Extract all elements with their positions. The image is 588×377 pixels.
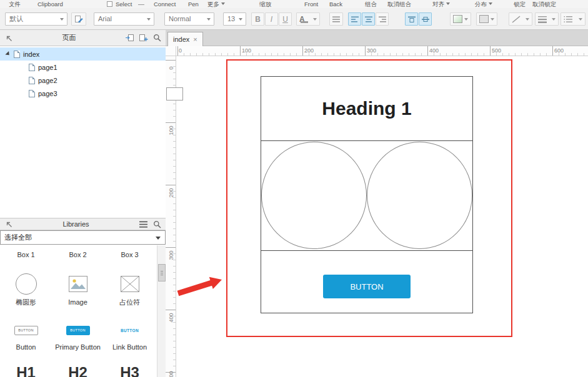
align-middle-button[interactable] (419, 12, 432, 26)
tree-item-page1[interactable]: page1 (0, 61, 166, 74)
library-item-box2-label[interactable]: Box 2 (52, 250, 104, 259)
font-size-select[interactable]: 13 (223, 12, 246, 26)
style-preset-select[interactable]: 默认 (5, 12, 67, 26)
menu-item-pen[interactable]: Pen (188, 1, 199, 7)
fill-color-button[interactable] (450, 12, 471, 26)
library-filter-select[interactable]: 选择全部 (0, 230, 166, 245)
ruler-position-marker (166, 87, 183, 100)
primary-button-widget-icon: BUTTON (66, 326, 90, 335)
vertical-ruler: 0 100 200 300 400 500 (166, 56, 176, 377)
border-color-button[interactable] (476, 12, 497, 26)
ruler-label: 500 (168, 371, 174, 377)
select-tool-icon[interactable] (107, 1, 112, 7)
tree-item-page3[interactable]: page3 (0, 87, 166, 100)
italic-button[interactable]: I (265, 12, 278, 26)
wireframe-ellipse-left[interactable] (261, 142, 367, 249)
menu-item-front[interactable]: Front (304, 1, 318, 7)
pages-panel-header: 页面 (0, 30, 166, 46)
line-width-button[interactable] (509, 12, 532, 26)
align-top-button[interactable] (405, 12, 418, 26)
ruler-label: 200 (304, 47, 314, 54)
expand-collapse-icon[interactable] (5, 51, 11, 57)
library-item-h2[interactable]: H2 (52, 364, 104, 377)
library-item-h1[interactable]: H1 (0, 364, 52, 377)
libraries-scrollbar[interactable] (157, 245, 166, 377)
library-item-placeholder-label: 占位符 (104, 298, 156, 306)
libraries-menu-icon[interactable] (138, 220, 148, 229)
font-weight-select[interactable]: Normal (164, 12, 214, 26)
tree-item-label: page2 (38, 77, 57, 84)
align-right-button[interactable] (376, 12, 389, 26)
tab-close-icon[interactable]: × (193, 36, 197, 43)
font-color-swatch (301, 21, 308, 23)
tab-index[interactable]: index × (167, 32, 203, 46)
ruler-label: 100 (242, 47, 251, 54)
libraries-panel-title: Libraries (17, 220, 134, 228)
library-item-image[interactable] (52, 272, 104, 296)
align-center-icon (365, 16, 372, 22)
menu-item-clipboard[interactable]: Clipboard (37, 1, 63, 7)
align-top-icon (408, 16, 416, 22)
menu-item-select[interactable]: Select (116, 1, 132, 7)
bullet-list-button[interactable] (329, 12, 343, 26)
wireframe-button-cell[interactable]: BUTTON (261, 251, 472, 313)
library-item-h3[interactable]: H3 (104, 364, 156, 377)
ruler-label: 500 (492, 47, 501, 54)
tree-item-index[interactable]: index (0, 47, 166, 61)
ellipse-widget-icon (16, 273, 37, 295)
tab-bar: index × (166, 30, 588, 46)
wireframe-circles-cell[interactable] (261, 141, 472, 251)
underline-button[interactable]: U (279, 12, 292, 26)
add-child-page-icon[interactable] (124, 33, 134, 42)
libraries-panel-header: Libraries (0, 218, 166, 230)
arrow-style-button[interactable] (561, 12, 586, 26)
library-item-link-button[interactable]: BUTTON (104, 324, 156, 336)
library-item-button-label: Button (0, 343, 52, 351)
connector-tool-icon[interactable] (138, 4, 144, 5)
align-left-button[interactable] (348, 12, 361, 26)
align-center-button[interactable] (362, 12, 375, 26)
application-window: 文件 Clipboard Select Connect Pen 更多 缩放 Fr… (0, 0, 588, 377)
tree-item-page2[interactable]: page2 (0, 74, 166, 87)
design-canvas[interactable]: Heading 1 BUTTON (176, 56, 588, 377)
library-item-button[interactable]: BUTTON (0, 324, 52, 336)
library-item-box1-label[interactable]: Box 1 (0, 250, 52, 259)
ruler-label: 600 (554, 47, 564, 54)
tree-item-label: page3 (38, 90, 57, 97)
collapse-pages-panel-icon[interactable] (4, 33, 14, 42)
library-item-ellipse[interactable] (0, 272, 52, 296)
library-item-placeholder[interactable] (104, 272, 156, 296)
font-family-select[interactable]: Arial (94, 12, 154, 26)
wireframe-ellipse-right[interactable] (367, 142, 472, 249)
red-arrow-annotation (177, 272, 224, 297)
line-style-button[interactable] (535, 12, 559, 26)
format-painter-button[interactable] (71, 12, 86, 26)
ruler-label: 400 (429, 47, 439, 54)
font-family-value: Arial (98, 15, 112, 22)
align-middle-icon (422, 16, 429, 22)
menu-item-connect[interactable]: Connect (154, 1, 176, 7)
collapse-libraries-panel-icon[interactable] (4, 220, 14, 229)
pages-panel-title: 页面 (17, 33, 121, 42)
bold-button[interactable]: B (251, 12, 264, 26)
library-item-primary-button[interactable]: BUTTON (52, 324, 104, 336)
wireframe-heading-cell[interactable]: Heading 1 (261, 77, 472, 141)
wireframe-primary-button[interactable]: BUTTON (323, 275, 411, 298)
font-color-button[interactable]: A (296, 12, 320, 26)
scrollbar-thumb[interactable] (158, 264, 166, 282)
style-preset-value: 默认 (9, 15, 23, 22)
wireframe-box[interactable]: Heading 1 BUTTON (261, 76, 473, 313)
search-libraries-icon[interactable] (152, 220, 162, 229)
search-pages-icon[interactable] (152, 33, 162, 42)
library-item-ellipse-label: 椭圆形 (0, 298, 52, 306)
link-button-widget-icon: BUTTON (121, 328, 139, 333)
image-widget-icon (69, 276, 87, 292)
format-painter-icon (74, 15, 83, 24)
format-toolbar: 默认 Arial Normal 13 B I U A (0, 8, 588, 30)
menu-item-back[interactable]: Back (329, 1, 342, 7)
add-page-icon[interactable] (138, 33, 148, 42)
menu-bar: 文件 Clipboard Select Connect Pen 更多 缩放 Fr… (0, 0, 588, 8)
font-size-value: 13 (227, 15, 235, 22)
library-item-box3-label[interactable]: Box 3 (104, 250, 156, 259)
ruler-label: 300 (367, 47, 376, 54)
